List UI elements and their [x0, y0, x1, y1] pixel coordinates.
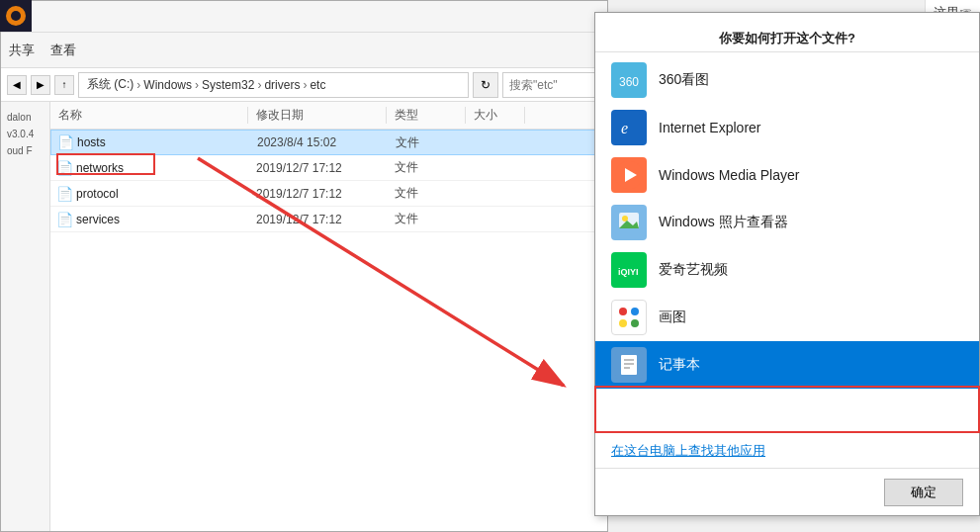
breadcrumb-part2: System32 [202, 78, 254, 92]
file-name-cell: 📄 services [50, 211, 248, 228]
address-breadcrumb[interactable]: 系统 (C:) › Windows › System32 › drivers ›… [78, 72, 469, 98]
app-item-photos[interactable]: Windows 照片查看器 [595, 199, 979, 246]
sidebar-item-cloud: oud F [3, 143, 47, 158]
sidebar-item-dalon: dalon [3, 110, 47, 125]
file-name: services [76, 213, 120, 226]
svg-text:e: e [621, 120, 628, 136]
svg-text:iQIYI: iQIYI [618, 267, 639, 277]
table-row[interactable]: 📄 networks 2019/12/7 17:12 文件 [50, 155, 607, 181]
file-icon: 📄 [57, 133, 73, 151]
breadcrumb-part3: drivers [264, 78, 300, 92]
sidebar-item-v3: v3.0.4 [3, 127, 47, 141]
search-input[interactable] [502, 72, 601, 98]
nav-back-button[interactable]: ◀ [7, 75, 27, 95]
file-name-cell: 📄 protocol [50, 185, 248, 203]
file-name: networks [76, 161, 124, 175]
file-type: 文件 [388, 134, 467, 151]
app-item-ie[interactable]: e Internet Explorer [595, 104, 979, 151]
svg-point-16 [631, 308, 639, 315]
title-bar: etc [1, 1, 607, 33]
app-item-360[interactable]: 360 360看图 [595, 56, 979, 104]
svg-text:360: 360 [619, 75, 639, 89]
col-date[interactable]: 修改日期 [248, 107, 387, 124]
explorer-window: etc 共享 查看 ◀ ▶ ↑ 系统 (C:) › Windows › Syst… [0, 0, 608, 532]
sidebar: dalon v3.0.4 oud F [1, 102, 50, 531]
app-name-notepad: 记事本 [659, 356, 700, 374]
svg-point-15 [619, 308, 627, 315]
svg-rect-20 [621, 355, 637, 375]
file-name-cell: 📄 networks [50, 159, 248, 177]
col-name[interactable]: 名称 [50, 107, 248, 124]
file-date: 2023/8/4 15:02 [249, 135, 388, 149]
open-with-dialog: 你要如何打开这个文件? 360 360看图 e Internet Explore… [594, 12, 980, 516]
app-icon-360: 360 [611, 62, 647, 98]
app-name-iqiyi: 爱奇艺视频 [659, 261, 728, 279]
dialog-find-app-link[interactable]: 在这台电脑上查找其他应用 [595, 434, 979, 468]
svg-rect-14 [615, 304, 643, 331]
breadcrumb-part1: Windows [143, 78, 192, 92]
address-bar: ◀ ▶ ↑ 系统 (C:) › Windows › System32 › dri… [1, 68, 607, 102]
file-date: 2019/12/7 17:12 [248, 213, 387, 226]
app-name-360: 360看图 [659, 71, 709, 89]
refresh-button[interactable]: ↻ [473, 72, 498, 98]
col-type[interactable]: 类型 [387, 107, 466, 124]
breadcrumb-part4: etc [310, 78, 325, 92]
app-name-ie: Internet Explorer [659, 120, 761, 135]
svg-point-1 [11, 11, 21, 21]
nav-up-button[interactable]: ↑ [54, 75, 74, 95]
col-size[interactable]: 大小 [466, 107, 525, 124]
app-icon-iqiyi: iQIYI [611, 252, 647, 288]
toolbar-view[interactable]: 查看 [50, 42, 76, 59]
svg-point-17 [619, 319, 627, 327]
file-list: 名称 修改日期 类型 大小 📄 hosts 2023/8/4 15:02 文件 … [50, 102, 607, 531]
file-icon: 📄 [56, 211, 72, 228]
toolbar: 共享 查看 [1, 33, 607, 68]
nav-forward-button[interactable]: ▶ [31, 75, 50, 95]
app-item-wmp[interactable]: Windows Media Player [595, 151, 979, 199]
file-name-cell: 📄 hosts [51, 133, 249, 151]
file-type: 文件 [387, 211, 466, 227]
file-date: 2019/12/7 17:12 [248, 187, 387, 201]
file-icon: 📄 [56, 185, 72, 203]
blender-icon [0, 0, 32, 32]
file-icon: 📄 [56, 159, 72, 177]
app-name-photos: Windows 照片查看器 [659, 214, 788, 231]
dialog-footer: 确定 [595, 468, 979, 515]
svg-point-18 [631, 319, 639, 327]
dialog-title: 你要如何打开这个文件? [595, 25, 979, 52]
app-icon-paint [611, 300, 647, 335]
app-item-paint[interactable]: 画图 [595, 294, 979, 341]
file-name: protocol [76, 187, 119, 201]
table-row[interactable]: 📄 services 2019/12/7 17:12 文件 [50, 207, 607, 232]
file-date: 2019/12/7 17:12 [248, 161, 387, 175]
app-icon-wmp [611, 157, 647, 193]
app-icon-notepad [611, 347, 647, 383]
app-item-iqiyi[interactable]: iQIYI 爱奇艺视频 [595, 246, 979, 294]
file-type: 文件 [387, 185, 466, 202]
svg-rect-4 [615, 114, 643, 141]
file-type: 文件 [387, 159, 466, 176]
table-row[interactable]: 📄 hosts 2023/8/4 15:02 文件 [50, 130, 607, 155]
table-row[interactable]: 📄 protocol 2019/12/7 17:12 文件 [50, 181, 607, 207]
app-icon-photos [611, 205, 647, 240]
app-item-notepad[interactable]: 记事本 [595, 341, 979, 389]
breadcrumb-part0: 系统 (C:) [87, 76, 134, 93]
app-icon-ie: e [611, 110, 647, 145]
ok-button[interactable]: 确定 [884, 479, 963, 506]
app-list: 360 360看图 e Internet Explorer Windows Me… [595, 52, 979, 434]
file-name: hosts [77, 135, 106, 149]
toolbar-share[interactable]: 共享 [9, 42, 35, 59]
file-list-header: 名称 修改日期 类型 大小 [50, 102, 607, 130]
app-name-wmp: Windows Media Player [659, 167, 799, 183]
content-area: dalon v3.0.4 oud F 名称 修改日期 类型 大小 📄 hosts… [1, 102, 607, 531]
app-name-paint: 画图 [659, 309, 686, 326]
